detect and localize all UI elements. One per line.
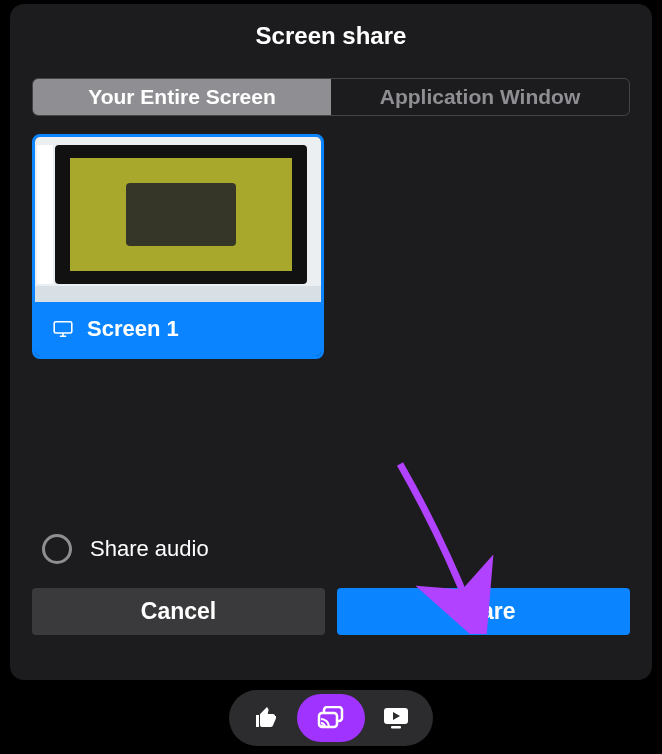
cast-icon	[317, 706, 345, 730]
monitor-icon	[53, 321, 73, 337]
cancel-button[interactable]: Cancel	[32, 588, 325, 635]
screen-thumbnail	[35, 137, 321, 302]
video-present-icon	[383, 707, 409, 729]
tab-application-window[interactable]: Application Window	[331, 79, 629, 115]
screen-option-1[interactable]: Screen 1	[32, 134, 324, 359]
share-audio-label: Share audio	[90, 536, 209, 562]
cast-button[interactable]	[297, 694, 365, 742]
share-mode-tabs: Your Entire Screen Application Window	[32, 78, 630, 116]
video-present-button[interactable]	[365, 696, 427, 740]
thumbs-up-button[interactable]	[235, 696, 297, 740]
share-audio-radio[interactable]	[42, 534, 72, 564]
dialog-title: Screen share	[32, 22, 630, 50]
screen-label-text: Screen 1	[87, 316, 179, 342]
screen-share-dialog: Screen share Your Entire Screen Applicat…	[10, 4, 652, 680]
tab-entire-screen[interactable]: Your Entire Screen	[33, 79, 331, 115]
svg-rect-7	[391, 726, 401, 729]
share-audio-row: Share audio	[32, 534, 630, 564]
screens-list: Screen 1	[32, 134, 630, 364]
dialog-buttons: Cancel Share	[32, 588, 630, 635]
svg-rect-0	[54, 322, 72, 333]
thumbs-up-icon	[254, 706, 278, 730]
screen-label-row: Screen 1	[35, 302, 321, 356]
svg-point-5	[321, 725, 324, 728]
bottom-toolbar	[229, 690, 433, 746]
share-button[interactable]: Share	[337, 588, 630, 635]
